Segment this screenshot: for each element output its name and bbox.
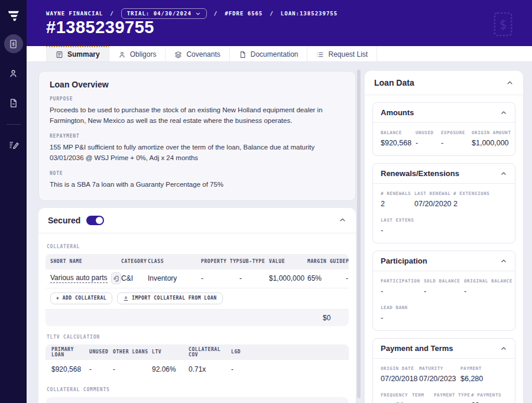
cell-other-loans: - xyxy=(113,365,152,373)
field: # EXTENSIONS2 xyxy=(453,191,507,208)
nav-notes-icon[interactable] xyxy=(4,135,23,154)
loan-data-card: Loan Data Amounts BALANCE$920,568 UNUSED… xyxy=(365,71,523,403)
tltv-table: PRIMARY LOAN UNUSED OTHER LOANS LTV COLL… xyxy=(46,344,349,379)
participation-title: Participation xyxy=(381,256,427,265)
column-header: COLLATERAL COV xyxy=(189,347,231,358)
cell-category: C&I xyxy=(121,274,148,282)
amounts-section: Amounts BALANCE$920,568 UNUSED- EXPOSURE… xyxy=(372,102,515,156)
loan-tabbar: Summary Obligors Covenants Documentation… xyxy=(27,46,532,62)
preview-collateral-button[interactable] xyxy=(111,272,122,284)
collateral-comments-box: This property has incredible potential f… xyxy=(46,397,349,403)
column-header: MARGIN GUIDELI xyxy=(307,259,346,264)
svg-text:$: $ xyxy=(12,41,15,47)
payment-terms-collapse-chevron-icon[interactable] xyxy=(500,345,507,352)
column-header: CLASS xyxy=(148,259,201,264)
tltv-label: TLTV CALCULATION xyxy=(47,334,349,340)
renewals-title: Renewals/Extensions xyxy=(381,169,459,178)
app-logo-icon[interactable] xyxy=(6,8,21,24)
column-header: OTHER LOANS xyxy=(113,349,152,355)
cell-p: - xyxy=(346,274,349,282)
import-icon xyxy=(123,295,129,301)
field: LAST RENEWAL07/20/2020 xyxy=(414,191,453,208)
secured-card: Secured COLLATERAL SHORT NAME CATEGORY C… xyxy=(38,208,356,403)
participation-collapse-chevron-icon[interactable] xyxy=(500,258,507,265)
sidebar-divider xyxy=(7,124,21,125)
tab-documentation[interactable]: Documentation xyxy=(230,46,308,61)
secured-title: Secured xyxy=(48,216,80,225)
collateral-table: SHORT NAME CATEGORY CLASS PROPERTY TYPE … xyxy=(46,254,349,326)
column-header: VALUE xyxy=(269,259,307,264)
tab-covenants[interactable]: Covenants xyxy=(166,46,229,61)
nav-loans-icon[interactable]: $ xyxy=(4,34,23,53)
column-header: SUB-TYPE xyxy=(239,259,269,264)
page-title: #1385239755 xyxy=(46,18,154,37)
field: # PAYMENTS60 xyxy=(471,392,507,403)
collateral-table-footer: $0 xyxy=(46,310,349,326)
collateral-total: $0 xyxy=(307,314,346,322)
nav-obligors-icon[interactable] xyxy=(4,64,23,83)
secured-toggle[interactable] xyxy=(86,216,104,225)
participation-section: Participation PARTICIPATION- SOLD BALANC… xyxy=(372,251,515,331)
repayment-text: 155 MP P&I sufficient to fully amortize … xyxy=(50,142,345,164)
cell-margin-guideline: 65% xyxy=(307,274,346,282)
field: BALANCE$920,568 xyxy=(381,130,416,147)
tab-summary[interactable]: Summary xyxy=(46,46,109,61)
cell-unused: - xyxy=(89,365,113,373)
amounts-collapse-chevron-icon[interactable] xyxy=(500,109,507,116)
field: PAYMENT TYPE- xyxy=(434,392,471,403)
tab-request-list[interactable]: Request List xyxy=(307,46,377,61)
cell-value: $1,000,000 xyxy=(269,274,307,282)
loan-data-collapse-chevron-icon[interactable] xyxy=(506,79,514,87)
request-list-icon xyxy=(316,51,324,58)
field: PARTICIPATION- xyxy=(381,278,424,295)
right-column: Loan Data Amounts BALANCE$920,568 UNUSED… xyxy=(365,71,523,403)
cell-lgd: - xyxy=(231,365,349,373)
main-scrollbar[interactable] xyxy=(357,70,361,398)
column-header: CATEGORY xyxy=(121,259,148,264)
collateral-link[interactable]: Various auto parts xyxy=(50,274,108,283)
page-header: WAYNE FINANCIAL / TRIAL: 04/30/2024 / #F… xyxy=(27,0,532,46)
cell-primary-loan: $920,568 xyxy=(51,365,89,373)
field: ORIGIN DATE07/20/2018 xyxy=(381,366,419,383)
dollar-document-watermark-icon: $ xyxy=(492,11,514,40)
field: MATURITY07/20/2023 xyxy=(419,366,460,383)
purpose-label: PURPOSE xyxy=(50,96,345,102)
loan-data-title: Loan Data xyxy=(374,78,414,87)
field: # RENEWALS2 xyxy=(381,191,414,208)
cell-ltv: 92.06% xyxy=(152,365,189,373)
obligors-icon xyxy=(118,51,126,58)
collateral-label: COLLATERAL xyxy=(47,244,349,249)
tab-obligors[interactable]: Obligors xyxy=(109,46,166,61)
column-header: LTV xyxy=(152,349,189,355)
chevron-down-icon xyxy=(195,11,201,17)
secured-collapse-chevron-icon[interactable] xyxy=(339,216,346,224)
column-header: SHORT NAME xyxy=(50,259,121,264)
cell-sub-type: - xyxy=(239,274,269,282)
breadcrumb-company: WAYNE FINANCIAL xyxy=(46,11,103,17)
cell-class: Inventory xyxy=(148,274,201,282)
app-sidebar: $ xyxy=(0,0,27,403)
collateral-actions: + ADD COLLATERAL IMPORT COLLATERAL FROM … xyxy=(46,288,349,310)
tltv-table-header: PRIMARY LOAN UNUSED OTHER LOANS LTV COLL… xyxy=(46,344,349,360)
column-header: UNUSED xyxy=(89,349,113,355)
breadcrumb-separator: / xyxy=(270,11,273,17)
add-collateral-button[interactable]: + ADD COLLATERAL xyxy=(50,292,112,304)
column-header: PRIMARY LOAN xyxy=(51,347,89,358)
purpose-text: Proceeds to be used to purchase the stoc… xyxy=(50,105,345,126)
payment-terms-title: Payment and Terms xyxy=(381,344,453,353)
documentation-icon xyxy=(239,51,246,58)
nav-documents-icon[interactable] xyxy=(4,93,23,112)
renewals-section: Renewals/Extensions # RENEWALS2 LAST REN… xyxy=(372,163,515,243)
covenants-icon xyxy=(174,51,182,58)
collateral-table-row: Various auto parts C&I Inventory - - $1,… xyxy=(46,269,349,288)
renewals-collapse-chevron-icon[interactable] xyxy=(500,170,507,177)
import-collateral-button[interactable]: IMPORT COLLATERAL FROM LOAN xyxy=(117,292,223,304)
field: FREQUENCYmonthly xyxy=(381,392,412,403)
svg-text:$: $ xyxy=(499,18,507,32)
document-search-icon xyxy=(113,275,119,282)
repayment-label: REPAYMENT xyxy=(50,134,345,139)
cell-collateral-cov: 0.71x xyxy=(189,365,231,373)
summary-icon xyxy=(56,51,63,58)
content-area: Loan Overview PURPOSE Proceeds to be use… xyxy=(27,62,532,403)
note-text: This is a SBA 7a loan with a Guaranty Pe… xyxy=(50,179,345,190)
